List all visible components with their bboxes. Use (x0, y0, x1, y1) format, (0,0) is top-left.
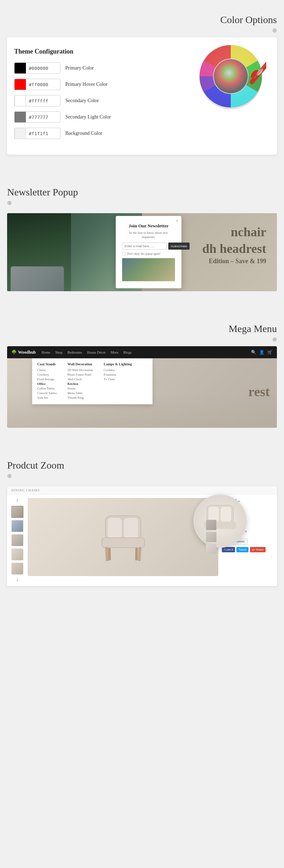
product-main: ↑ ↓ (7, 494, 277, 586)
mega-col-1: Coat Stands Chairs Crockery Food Storage… (37, 362, 57, 400)
mega-col-1-title: Coat Stands (37, 362, 57, 366)
nav-link-shop[interactable]: Shop (55, 350, 63, 354)
svg-rect-12 (105, 547, 108, 561)
thumb-3[interactable] (11, 534, 23, 546)
secondary-color-input[interactable]: #ffffff (14, 95, 60, 106)
thumb-4[interactable] (11, 548, 23, 560)
mega-col-1-item-2[interactable]: Food Storage (37, 377, 57, 381)
svg-rect-9 (108, 518, 122, 538)
mega-col-1-item-5[interactable]: Console Tables (37, 391, 57, 395)
theme-config-card: Theme Configuration #000000 Primary Colo… (7, 37, 277, 155)
svg-point-3 (214, 59, 248, 93)
twitter-share-button[interactable]: Tweet (236, 547, 248, 552)
popup-subtitle: be the first to know about new shipments… (122, 231, 175, 239)
popup-image (122, 258, 175, 281)
mega-nav-links: Home Shop Bedrooms House Décor More Blog… (42, 350, 132, 354)
mega-col-1-item-4[interactable]: Coffee Tables (37, 387, 57, 390)
primary-hover-color-label: Primary Hover Color (65, 82, 108, 87)
thumb-arrow-down[interactable]: ↓ (16, 577, 19, 582)
search-icon[interactable]: 🔍 (251, 350, 256, 355)
cart-icon[interactable]: 🛒 (267, 350, 273, 355)
primary-color-input[interactable]: #000000 (14, 62, 60, 74)
popup-subscribe-button[interactable]: SUBSCRIBE (168, 243, 190, 250)
nav-link-blogs[interactable]: Blogs (123, 350, 131, 354)
user-icon[interactable]: 👤 (259, 350, 264, 355)
mega-col-1-item-6[interactable]: Sofa Set (37, 396, 57, 399)
product-social-row: f Like it Tweet g+ Share (222, 547, 273, 552)
newsletter-section: Newsletter Popup ⊕ nchair dh headrest Ed… (0, 172, 284, 309)
zoom-thumb-right-2[interactable] (206, 532, 217, 542)
nav-link-home[interactable]: Home (42, 350, 50, 354)
newsletter-preview: nchair dh headrest Edition – Save & 199 … (7, 213, 277, 291)
popup-checkbox[interactable] (122, 252, 126, 255)
svg-rect-15 (135, 548, 138, 560)
mega-col-2-title: Wall Decoration (67, 362, 93, 366)
svg-rect-13 (137, 547, 141, 561)
mega-menu-preview: 🌳 Woodhub Home Shop Bedrooms House Décor… (7, 346, 277, 428)
product-zoom-down-icon[interactable]: ⊕ (7, 472, 277, 479)
secondary-color-label: Secondary Color (65, 98, 99, 104)
popup-close-button[interactable]: × (176, 218, 179, 224)
svg-rect-11 (102, 538, 144, 548)
primary-hover-color-swatch (15, 79, 26, 90)
color-options-section: Color Options ⊕ Theme Configuration #000… (0, 0, 284, 172)
mega-bg-text: rest (248, 384, 270, 399)
thumb-1[interactable] (11, 506, 23, 518)
newsletter-title: Newsletter Popup (7, 187, 277, 198)
popup-email-input[interactable] (122, 243, 167, 250)
mega-col-2-item-1[interactable]: Photo Frame Pearl (67, 373, 93, 376)
mega-col-1-item-0[interactable]: Chairs (37, 368, 57, 372)
mega-menu-down-icon[interactable]: ⊕ (7, 336, 277, 343)
mega-col-3-item-2[interactable]: Tv Units (104, 377, 132, 381)
facebook-share-button[interactable]: f Like it (222, 547, 235, 552)
product-breadcrumb: DINING CHAIRS (7, 486, 277, 494)
nav-link-bedrooms[interactable]: Bedrooms (67, 350, 82, 354)
product-thumbnails: ↑ ↓ (11, 498, 24, 582)
secondary-light-color-input[interactable]: #777777 (14, 111, 60, 123)
mega-col-3-item-1[interactable]: Fountains (104, 373, 132, 376)
product-remove-icon[interactable]: ✕ (245, 530, 247, 533)
mega-nav-bar: 🌳 Woodhub Home Shop Bedrooms House Décor… (7, 346, 277, 358)
popup-checkbox-label: Don't show this popup again! (127, 252, 160, 255)
color-wheel-svg (195, 41, 266, 112)
mega-menu-header: Mega Menu ⊕ (7, 323, 277, 343)
background-color-swatch (15, 128, 26, 139)
zoom-chair-detail-svg (199, 500, 241, 542)
product-chair-svg (95, 509, 152, 565)
thumb-2[interactable] (11, 520, 23, 532)
zoom-thumb-right-3[interactable] (206, 544, 217, 554)
nav-link-house-decor[interactable]: House Décor (87, 350, 105, 354)
zoom-thumb-right-1[interactable] (206, 520, 217, 530)
secondary-light-color-label: Secondary Light Color (65, 114, 111, 120)
mega-col-3-item-0[interactable]: Coolatta (104, 368, 132, 372)
color-options-down-icon[interactable]: ⊕ (7, 27, 277, 34)
background-color-row: #f1f1f1 Background Color (14, 128, 270, 139)
mega-col-3: Lamps & Lighting Coolatta Fountains Tv U… (104, 362, 132, 400)
mega-nav-icons: 🔍 👤 🛒 (251, 350, 273, 355)
primary-hover-color-input[interactable]: #ff0000 (14, 79, 60, 90)
background-color-label: Background Color (65, 131, 102, 136)
googleplus-share-button[interactable]: g+ Share (250, 547, 266, 552)
mega-col-2-item-6[interactable]: Thumb Ring (67, 396, 93, 399)
newsletter-down-icon[interactable]: ⊕ (7, 199, 277, 206)
mega-col-2-item-2[interactable]: Wall Clock (67, 377, 93, 381)
mega-menu-title: Mega Menu (7, 323, 277, 335)
thumb-5[interactable] (11, 563, 23, 575)
mega-col-2-item-0[interactable]: 3D Wall Decoration (67, 368, 93, 372)
mega-dropdown: Coat Stands Chairs Crockery Food Storage… (32, 358, 153, 404)
svg-rect-10 (124, 518, 138, 538)
nav-link-more[interactable]: More (111, 350, 119, 354)
thumb-arrow-up[interactable]: ↑ (16, 498, 19, 504)
mega-col-2-item-4[interactable]: Stools (67, 387, 93, 390)
mega-col-2-item-5[interactable]: Menu Table (67, 391, 93, 395)
secondary-light-color-swatch (15, 111, 26, 123)
secondary-light-color-hex: #777777 (26, 115, 51, 120)
secondary-color-hex: #ffffff (26, 98, 51, 104)
secondary-color-swatch (15, 95, 26, 106)
product-zoom-header: Prodcut Zoom ⊕ (7, 460, 277, 479)
newsletter-header: Newsletter Popup ⊕ (7, 187, 277, 206)
mega-col-2-kitchen: Kitchen (67, 382, 93, 386)
mega-col-1-item-3: Office (37, 382, 57, 386)
mega-col-1-item-1[interactable]: Crockery (37, 373, 57, 376)
background-color-input[interactable]: #f1f1f1 (14, 128, 60, 139)
